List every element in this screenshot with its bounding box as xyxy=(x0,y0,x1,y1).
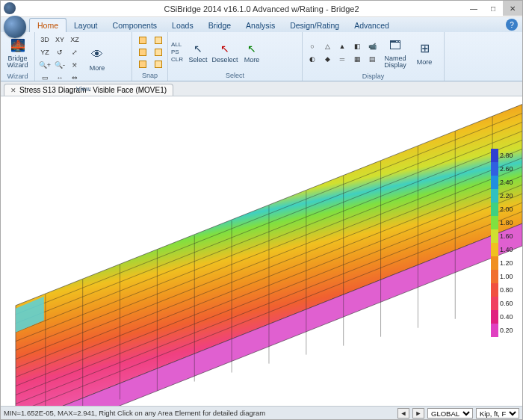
group-wizard: 🌉 Bridge Wizard Wizard xyxy=(1,32,35,81)
zoom-previous-button[interactable]: ⇔ xyxy=(68,72,81,84)
view-3d-button[interactable]: 3D xyxy=(38,34,52,46)
tab-components[interactable]: Components xyxy=(105,19,165,32)
legend-swatch: 2.80 xyxy=(491,149,519,162)
legend-color-box xyxy=(491,324,498,337)
select-shortcut-column: ALL PS CLR xyxy=(171,41,183,63)
legend-swatch: 1.20 xyxy=(491,256,519,270)
snap-int-button[interactable] xyxy=(151,46,166,58)
app-icon xyxy=(4,2,16,14)
legend-value: 1.00 xyxy=(500,273,513,280)
next-view-button[interactable]: ► xyxy=(412,408,424,419)
color-legend: 2.802.602.402.202.001.801.601.401.201.00… xyxy=(491,149,519,337)
window-buttons: — □ ✕ xyxy=(464,1,522,16)
disp-forces-button[interactable]: ▲ xyxy=(335,40,349,52)
zoom-extents-button[interactable]: ↔ xyxy=(53,72,66,84)
close-tab-icon[interactable]: ✕ xyxy=(10,87,16,94)
tab-design-rating[interactable]: Design/Rating xyxy=(282,19,347,32)
legend-color-box xyxy=(491,176,498,189)
maximize-button[interactable]: □ xyxy=(483,1,503,16)
legend-color-box xyxy=(491,256,498,270)
status-bar: MIN=1.652E-05, MAX=2.941, Right Click on… xyxy=(1,406,522,419)
minimize-button[interactable]: — xyxy=(464,1,483,16)
tab-analysis[interactable]: Analysis xyxy=(238,19,282,32)
select-button[interactable]: ↖ Select xyxy=(185,41,211,64)
ribbon-tabstrip: Home Layout Components Loads Bridge Anal… xyxy=(1,17,522,32)
snap-end-button[interactable] xyxy=(135,46,150,58)
legend-color-box xyxy=(491,149,498,162)
disp-deformed-button[interactable]: △ xyxy=(321,40,334,52)
snap-point-button[interactable] xyxy=(135,34,150,46)
group-display: ○ △ ▲ ◧ 📹 ◐ ◆ ═ ▦ ▤ 🗔 Named Display ⊞ Mo… xyxy=(303,32,445,81)
snap-grid-button[interactable] xyxy=(151,58,166,70)
view-yz-button[interactable]: YZ xyxy=(38,46,52,58)
disp-stress-button[interactable]: ◧ xyxy=(350,40,364,52)
legend-swatch: 2.40 xyxy=(491,176,519,189)
snap-mid-button[interactable] xyxy=(151,34,166,46)
zoom-window-button[interactable]: ▭ xyxy=(38,72,52,84)
legend-swatch: 1.40 xyxy=(491,243,519,256)
snap-perp-button[interactable] xyxy=(135,58,150,70)
units-select[interactable]: Kip, ft, F xyxy=(476,408,519,419)
tab-layout[interactable]: Layout xyxy=(66,19,105,32)
legend-value: 0.20 xyxy=(500,327,513,334)
tab-home[interactable]: Home xyxy=(29,18,66,32)
legend-value: 2.80 xyxy=(500,152,513,159)
tab-advanced[interactable]: Advanced xyxy=(347,19,397,32)
disp-pushover-button[interactable]: ◆ xyxy=(321,53,334,65)
app-orb-button[interactable] xyxy=(4,16,26,38)
select-more-button[interactable]: ↖ More xyxy=(238,41,265,64)
cursor-icon: ↖ xyxy=(194,41,202,56)
select-all-button[interactable]: ALL xyxy=(171,41,183,48)
display-more-button[interactable]: ⊞ More xyxy=(412,34,437,71)
perspective-button[interactable]: ⤢ xyxy=(68,46,81,58)
disp-energy-button[interactable]: ◐ xyxy=(306,53,319,65)
group-snap: Snap xyxy=(132,32,168,81)
rotate-button[interactable]: ↺ xyxy=(53,46,66,58)
legend-color-box xyxy=(491,283,498,297)
cursor-icon: ↖ xyxy=(247,41,256,56)
legend-swatch: 2.20 xyxy=(491,189,519,203)
disp-plot-button[interactable]: ═ xyxy=(335,53,349,65)
window-title: CSiBridge 2014 v16.1.0 Advanced w/Rating… xyxy=(164,4,359,13)
ribbon: 🌉 Bridge Wizard Wizard 3D XY XZ YZ ↺ ⤢ 🔍… xyxy=(1,32,522,81)
legend-color-box xyxy=(491,162,498,176)
close-button[interactable]: ✕ xyxy=(503,1,522,16)
model-viewport[interactable]: 2.802.602.402.202.001.801.601.401.201.00… xyxy=(1,96,522,406)
prev-view-button[interactable]: ◄ xyxy=(397,408,409,419)
help-button[interactable]: ? xyxy=(506,19,518,31)
select-clear-button[interactable]: CLR xyxy=(171,56,183,63)
coord-system-select[interactable]: GLOBAL xyxy=(427,408,473,419)
zoom-in-button[interactable]: 🔍+ xyxy=(38,59,52,71)
deselect-button[interactable]: ↖ Deselect xyxy=(211,41,238,64)
legend-value: 0.80 xyxy=(500,286,513,294)
named-display-icon: 🗔 xyxy=(386,37,404,55)
tab-bridge[interactable]: Bridge xyxy=(201,19,238,32)
snap-buttons xyxy=(135,34,166,70)
legend-value: 2.00 xyxy=(500,206,513,213)
tab-loads[interactable]: Loads xyxy=(164,19,201,32)
stress-diagram xyxy=(1,96,522,406)
view-xy-button[interactable]: XY xyxy=(53,34,66,46)
view-more-button[interactable]: 👁 More xyxy=(84,40,110,78)
legend-swatch: 2.60 xyxy=(491,162,519,176)
disp-save-button[interactable]: ▤ xyxy=(365,53,379,65)
group-label-display: Display xyxy=(303,72,444,81)
view-buttons: 3D XY XZ YZ ↺ ⤢ 🔍+ 🔍- ⤧ ▭ ↔ ⇔ xyxy=(38,34,81,84)
disp-table-button[interactable]: ▦ xyxy=(350,53,364,65)
named-display-button[interactable]: 🗔 Named Display xyxy=(380,34,410,71)
legend-swatch: 2.00 xyxy=(491,203,519,216)
legend-value: 0.60 xyxy=(500,300,513,307)
disp-influence-button[interactable]: 📹 xyxy=(365,40,379,52)
disp-undeformed-button[interactable]: ○ xyxy=(306,40,319,52)
legend-swatch: 0.80 xyxy=(491,283,519,297)
legend-value: 1.60 xyxy=(500,232,513,240)
select-prev-button[interactable]: PS xyxy=(171,49,183,55)
group-view: 3D XY XZ YZ ↺ ⤢ 🔍+ 🔍- ⤧ ▭ ↔ ⇔ 👁 More Vie… xyxy=(35,32,132,81)
legend-color-box xyxy=(491,310,498,324)
eye-icon: 👁 xyxy=(88,46,106,64)
legend-color-box xyxy=(491,243,498,256)
pan-button[interactable]: ⤧ xyxy=(68,59,81,71)
zoom-out-button[interactable]: 🔍- xyxy=(53,59,66,71)
view-xz-button[interactable]: XZ xyxy=(68,34,81,46)
bridge-wizard-button[interactable]: 🌉 Bridge Wizard xyxy=(4,34,31,71)
